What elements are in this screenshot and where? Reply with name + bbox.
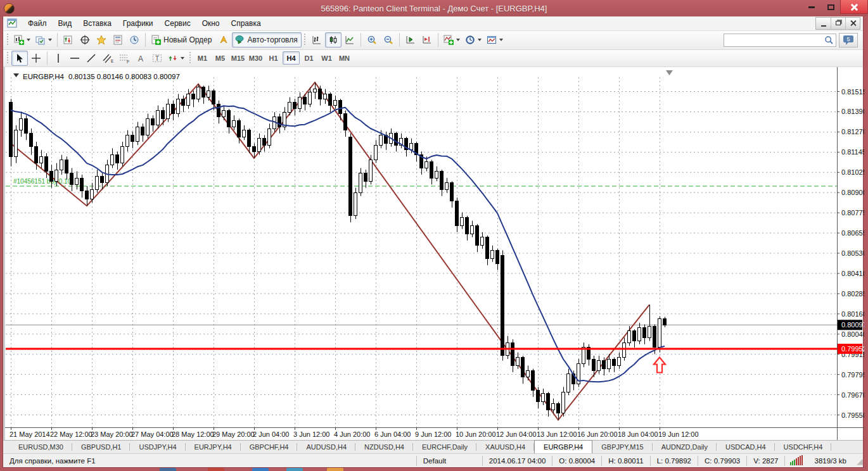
metaquotes-button[interactable] — [215, 32, 232, 47]
menu-item-1[interactable]: Вид — [53, 17, 78, 30]
timeframe-m15-button[interactable]: M15 — [229, 51, 246, 65]
mdi-restore-icon — [836, 21, 841, 25]
timeframe-h4-button[interactable]: H4 — [283, 51, 300, 65]
price-axis-label: 0.80900 — [841, 189, 864, 197]
title-bar[interactable]: 565896: Panteon Client Terminal - Демо С… — [0, 0, 868, 16]
vertical-line-tool-button[interactable] — [50, 51, 67, 66]
zoom-in-button[interactable] — [364, 32, 380, 47]
chart-tab-eurgbp-h4[interactable]: EURGBP,H4 — [534, 440, 592, 453]
toolbar-grip[interactable] — [6, 34, 10, 46]
chart-tab-usdcad-h4[interactable]: USDCAD,H4 — [717, 441, 775, 453]
chart-collapse-icon[interactable] — [13, 73, 19, 77]
fibonacci-tool-button[interactable]: F — [116, 51, 132, 66]
menu-item-2[interactable]: Вставка — [77, 17, 117, 30]
timeframe-mn-button[interactable]: MN — [336, 51, 353, 65]
search-icon[interactable] — [824, 35, 834, 45]
chart-tab-usdjpy-h4[interactable]: USDJPY,H4 — [130, 441, 185, 453]
text-tool-button[interactable]: A — [132, 51, 149, 66]
menu-item-6[interactable]: Справка — [226, 17, 267, 30]
timeframe-d1-button[interactable]: D1 — [300, 51, 317, 65]
status-profile[interactable]: Default — [417, 456, 483, 466]
window-close-button[interactable] — [840, 0, 868, 14]
svg-text:F: F — [127, 59, 129, 63]
zigzag-indicator-line — [11, 83, 649, 420]
new-chart-icon — [14, 35, 24, 45]
chart-tab-gbpusd-h1[interactable]: GBPUSD,H1 — [72, 441, 131, 453]
chart-tab-gbpchf-h4[interactable]: GBPCHF,H4 — [241, 441, 298, 453]
menu-item-3[interactable]: Графики — [117, 17, 159, 30]
chat-bubble-icon: 5 — [842, 35, 855, 46]
scroll-position-marker[interactable] — [666, 70, 673, 75]
timeframe-w1-button[interactable]: W1 — [318, 51, 335, 65]
time-axis-label: 29 May 20:00 — [212, 430, 255, 438]
menu-item-4[interactable]: Сервис — [159, 17, 196, 30]
chart-tab-xauusd-h4[interactable]: XAUUSD,H4 — [476, 441, 534, 453]
autotrade-button[interactable]: Авто-торговля — [232, 32, 301, 47]
arrows-tool-button[interactable] — [165, 51, 187, 66]
chart-window[interactable]: #10456151 buy 0.10 0.815150.813900.81270… — [3, 67, 863, 440]
data-window-button[interactable] — [77, 32, 93, 47]
time-axis-label: 18 Jun 04:00 — [618, 430, 658, 438]
chart-svg[interactable]: #10456151 buy 0.10 0.815150.813900.81270… — [5, 67, 864, 440]
trendline-tool-button[interactable] — [83, 51, 99, 66]
search-input[interactable] — [726, 35, 824, 46]
chart-tabs-bar: EURUSD,M30GBPUSD,H1USDJPY,H4EURJPY,H4GBP… — [3, 440, 863, 453]
navigator-button[interactable] — [93, 32, 110, 47]
toolbar-grip[interactable] — [303, 34, 307, 46]
indicators-icon — [444, 35, 454, 45]
toolbar-grip[interactable] — [189, 52, 192, 65]
chart-tab-usdchf-h4[interactable]: USDCHF,H4 — [775, 441, 832, 453]
timeframe-h1-button[interactable]: H1 — [265, 51, 282, 65]
auto-scroll-button[interactable] — [402, 32, 419, 47]
strategy-tester-button[interactable] — [126, 32, 143, 47]
resize-grip[interactable]: ◢ — [853, 456, 863, 466]
window-minimize-button[interactable] — [802, 0, 821, 14]
timeframe-m30-button[interactable]: M30 — [247, 51, 264, 65]
menu-item-0[interactable]: Файл — [22, 17, 53, 30]
menu-item-5[interactable]: Окно — [196, 17, 226, 30]
bar-chart-mode-button[interactable] — [309, 32, 325, 47]
window-maximize-button[interactable] — [821, 0, 840, 14]
chart-tab-audusd-h4[interactable]: AUDUSD,H4 — [297, 441, 355, 453]
chart-shift-button[interactable] — [419, 32, 435, 47]
notifications-button[interactable]: 5 — [839, 33, 858, 47]
line-chart-mode-button[interactable] — [341, 32, 358, 47]
periods-button[interactable] — [463, 32, 484, 47]
chart-tab-audnzd-daily[interactable]: AUDNZD,Daily — [653, 441, 717, 453]
chart-tab-eurjpy-h4[interactable]: EURJPY,H4 — [186, 441, 241, 453]
chart-document-icon[interactable] — [7, 18, 18, 28]
chart-tab-nzdusd-h4[interactable]: NZDUSD,H4 — [355, 441, 413, 453]
new-order-button[interactable]: Новый Ордер — [148, 32, 215, 47]
terminal-button[interactable] — [110, 32, 126, 47]
market-watch-button[interactable] — [60, 32, 77, 47]
chart-tab-eurchf-daily[interactable]: EURCHF,Daily — [413, 441, 476, 453]
zoom-out-button[interactable] — [380, 32, 397, 47]
cursor-tool-button[interactable] — [11, 51, 28, 66]
text-label-icon: T — [152, 53, 162, 63]
crosshair-tool-button[interactable] — [28, 51, 44, 66]
chart-minimize-button[interactable] — [816, 18, 831, 29]
chart-close-button[interactable] — [845, 18, 860, 29]
horizontal-line-tool-button[interactable] — [67, 51, 83, 66]
time-axis-label: 6 Jun 04:00 — [374, 430, 411, 438]
window-title: 565896: Panteon Client Terminal - Демо С… — [0, 4, 868, 13]
equidistant-channel-icon: E — [103, 53, 113, 63]
menu-items: ФайлВидВставкаГрафикиСервисОкноСправка — [22, 17, 267, 30]
price-axis-label: 0.81390 — [841, 108, 864, 116]
templates-button[interactable] — [484, 32, 506, 47]
buy-arrow-icon[interactable] — [654, 358, 665, 373]
trendline-icon — [86, 53, 96, 63]
timeframe-m1-button[interactable]: M1 — [194, 51, 211, 65]
channel-tool-button[interactable]: E — [99, 51, 116, 66]
indicators-button[interactable] — [441, 32, 463, 47]
timeframe-m5-button[interactable]: M5 — [212, 51, 229, 65]
chart-tab-gbpjpy-m15[interactable]: GBPJPY,M15 — [592, 441, 652, 453]
toolbar-grip[interactable] — [6, 52, 10, 65]
chart-restore-button[interactable] — [831, 18, 845, 29]
new-chart-button[interactable] — [11, 32, 33, 47]
candlestick-mode-button[interactable] — [325, 32, 341, 47]
chart-tab-eurusd-m30[interactable]: EURUSD,M30 — [10, 441, 72, 453]
profiles-button[interactable] — [33, 32, 54, 47]
text-label-tool-button[interactable]: T — [149, 51, 165, 66]
horizontal-line-icon — [70, 53, 80, 63]
